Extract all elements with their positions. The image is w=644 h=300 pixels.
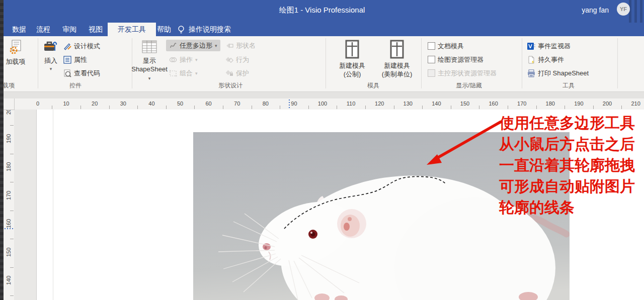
shape-name-icon [225, 42, 233, 49]
event-monitor-button[interactable]: 事件监视器 [527, 40, 571, 52]
ruler-tick [166, 106, 167, 109]
show-shapesheet-icon [141, 40, 157, 54]
annotation-line: 轮廓的线条 [499, 197, 644, 218]
ruler-label: 100 [318, 101, 327, 107]
properties-button[interactable]: 属性 [63, 54, 87, 65]
group-label-shape-design: 形状设计 [218, 81, 243, 90]
group-separator [326, 38, 326, 88]
window-title: 绘图1 - Visio Professional [0, 6, 644, 15]
show-shapesheet-button[interactable]: 显示 ShapeSheet ▾ [134, 38, 165, 83]
insert-button[interactable]: 插入 ▾ [39, 38, 62, 73]
new-stencil-metric-button[interactable]: 新建模具 (公制) [331, 38, 373, 78]
view-code-button[interactable]: 查看代码 [63, 67, 100, 79]
group-separator [617, 38, 618, 88]
drawing-canvas[interactable]: 使用任意多边形工具 从小鼠后方点击之后 一直沿着其轮廓拖拽 可形成自动贴附图片 … [14, 110, 644, 300]
ruler-tick [194, 106, 195, 109]
ruler-label: 90 [291, 101, 297, 107]
behavior-button[interactable]: 行为 [225, 54, 249, 65]
ruler-tick [394, 106, 394, 109]
drawing-explorer-checkbox-row[interactable]: 绘图资源管理器 [428, 54, 484, 65]
ruler-tick [80, 106, 81, 109]
ruler-tick [10, 125, 14, 126]
event-monitor-icon [527, 42, 535, 50]
ruler-label: 160 [6, 220, 12, 228]
new-stencil-us-button[interactable]: 新建模具 (美制单位) [374, 38, 420, 78]
group-separator [38, 38, 38, 88]
group-label-btn: 组合 [180, 69, 193, 78]
ruler-label: 170 [6, 192, 12, 200]
ruler-tick [565, 106, 565, 109]
design-mode-button[interactable]: 设计模式 [63, 40, 100, 52]
ribbon-tab-row: 数据 流程 审阅 视图 开发工具 帮助 操作说明搜索 [0, 23, 644, 36]
search-label: 操作说明搜索 [189, 25, 231, 34]
protection-label: 保护 [236, 69, 249, 78]
ruler-label: 110 [347, 101, 356, 107]
annotation-line: 从小鼠后方点击之后 [499, 134, 644, 155]
tab-developer[interactable]: 开发工具 [108, 23, 156, 36]
ruler-label: 70 [234, 101, 240, 107]
annotation-line: 可形成自动贴附图片 [499, 176, 644, 197]
ruler-tick [365, 106, 366, 109]
behavior-icon [225, 56, 233, 63]
persistent-events-label: 持久事件 [538, 55, 564, 64]
ruler-tick [451, 106, 451, 109]
tell-me-search[interactable]: 操作说明搜索 [177, 23, 231, 36]
print-shapesheet-button[interactable]: 打印 ShapeSheet [527, 67, 589, 79]
tab-review[interactable]: 审阅 [55, 23, 84, 36]
addins-icon [9, 40, 23, 55]
ruler-tick [536, 106, 537, 109]
ruler-label: 210 [631, 101, 640, 107]
ruler-label: 140 [6, 277, 12, 285]
print-shapesheet-icon [527, 69, 535, 77]
operations-button[interactable]: 操作 ▾ [169, 54, 198, 65]
ruler-label: 30 [120, 101, 126, 107]
avatar[interactable]: YF [617, 3, 630, 16]
operations-label: 操作 [180, 55, 193, 64]
group-label-stencils: 模具 [367, 81, 379, 90]
group-button[interactable]: 组合 ▾ [169, 67, 198, 79]
ruler-tick [223, 106, 223, 109]
ruler-tick [422, 106, 423, 109]
freeform-icon [169, 42, 177, 49]
tab-process[interactable]: 流程 [29, 23, 57, 36]
master-explorer-checkbox-row: 主控形状资源管理器 [428, 67, 497, 79]
group-separator [421, 38, 422, 88]
addins-button[interactable]: 加载项 [3, 38, 28, 66]
ruler-label: 20 [92, 101, 98, 107]
design-mode-label: 设计模式 [74, 42, 100, 51]
drawing-explorer-label: 绘图资源管理器 [438, 55, 484, 64]
ruler-tick [10, 211, 14, 211]
ruler-guide-dotted [289, 99, 290, 109]
ruler-label: 40 [148, 101, 154, 107]
shape-name-button[interactable]: 形状名 [225, 40, 256, 51]
annotation-line: 使用任意多边形工具 [499, 113, 644, 134]
chevron-down-icon: ▾ [195, 57, 198, 62]
new-stencil-us-label1: 新建模具 [384, 61, 410, 70]
ruler-label: 0 [36, 101, 39, 107]
ruler-tick [508, 106, 508, 109]
group-label-tools: 工具 [562, 81, 575, 90]
view-code-icon [63, 69, 71, 77]
new-stencil-metric-icon [345, 40, 360, 59]
annotation-line: 一直沿着其轮廓拖拽 [499, 155, 644, 176]
chevron-down-icon: ▾ [50, 65, 52, 73]
insert-icon [43, 40, 58, 54]
ruler-label: 160 [489, 101, 498, 107]
tab-help[interactable]: 帮助 [150, 23, 178, 36]
new-stencil-us-icon [389, 40, 405, 59]
account-name[interactable]: yang fan [582, 6, 609, 14]
annotation-arrow [417, 115, 512, 175]
document-stencil-checkbox-row[interactable]: 文档模具 [428, 40, 464, 52]
ruler-label: 180 [546, 101, 555, 107]
protection-button[interactable]: 保护 [225, 67, 249, 79]
checkbox-icon[interactable] [428, 42, 435, 50]
tab-view[interactable]: 视图 [82, 23, 110, 36]
freeform-tool-button[interactable]: 任意多边形 ▾ [166, 40, 220, 51]
ruler-tick [621, 106, 622, 109]
checkbox-icon[interactable] [428, 56, 435, 63]
document-stencil-label: 文档模具 [438, 42, 464, 51]
chevron-down-icon: ▾ [215, 43, 217, 48]
page-guide-line [53, 110, 53, 300]
persistent-events-button[interactable]: 持久事件 [527, 54, 564, 65]
new-stencil-metric-label2: (公制) [344, 70, 361, 78]
